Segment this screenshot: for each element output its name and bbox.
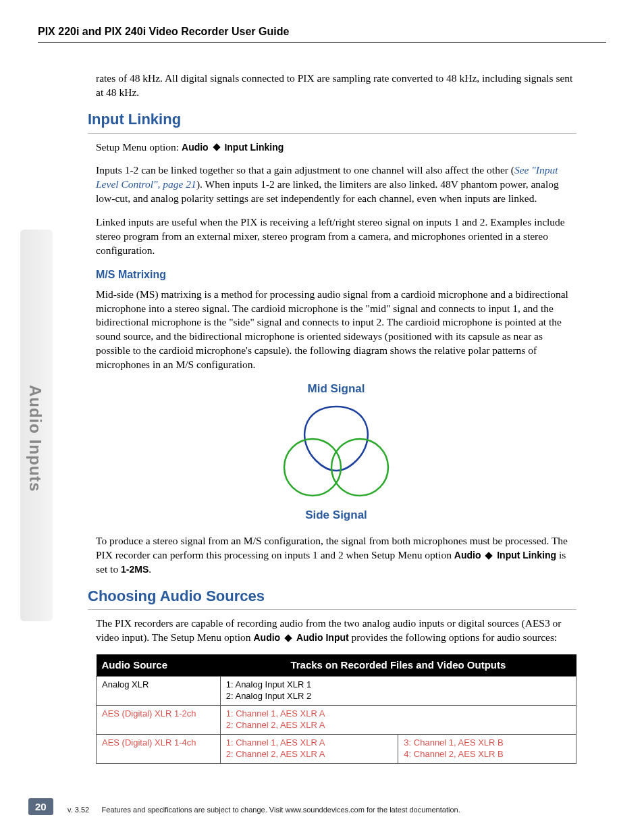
svg-point-0 bbox=[284, 439, 341, 496]
setup-menu-line: Setup Menu option: Audio Input Linking bbox=[96, 140, 576, 155]
th-source: Audio Source bbox=[97, 654, 221, 677]
header-title: PIX 220i and PIX 240i Video Recorder Use… bbox=[38, 26, 289, 37]
src-p1-b: provides the following options for audio… bbox=[349, 631, 558, 643]
cell-src: Analog XLR bbox=[97, 677, 221, 706]
menu-audio: Audio bbox=[454, 550, 481, 561]
svg-point-1 bbox=[331, 439, 388, 496]
main-content: rates of 48 kHz. All digital signals con… bbox=[96, 72, 576, 764]
page-footer: v. 3.52 Features and specifications are … bbox=[68, 806, 606, 814]
setup-prefix: Setup Menu option: bbox=[96, 141, 182, 153]
cell-tracks: 1: Analog Input XLR 1 2: Analog Input XL… bbox=[220, 677, 576, 706]
cell-src: AES (Digital) XLR 1-4ch bbox=[97, 735, 221, 764]
diagram-side-label: Side Signal bbox=[96, 508, 576, 523]
diagram-mid-label: Mid Signal bbox=[96, 382, 576, 397]
heading-input-linking: Input Linking bbox=[88, 109, 576, 130]
sources-paragraph: The PIX recorders are capable of recordi… bbox=[96, 617, 576, 645]
cell-tracks: 1: Channel 1, AES XLR A 2: Channel 2, AE… bbox=[220, 706, 576, 735]
footer-version: v. 3.52 bbox=[68, 806, 89, 814]
ms-paragraph-1: Mid-side (MS) matrixing is a method for … bbox=[96, 288, 576, 373]
linking-paragraph-1: Inputs 1-2 can be linked together so tha… bbox=[96, 163, 576, 206]
src-menu-input: Audio Input bbox=[296, 632, 349, 643]
ms-value: 1-2MS bbox=[121, 564, 149, 575]
linking-paragraph-2: Linked inputs are useful when the PIX is… bbox=[96, 215, 576, 258]
intro-paragraph: rates of 48 kHz. All digital signals con… bbox=[96, 72, 576, 100]
linking-p1-a: Inputs 1-2 can be linked together so tha… bbox=[96, 164, 514, 176]
cell-tracks-b: 3: Channel 1, AES XLR B 4: Channel 2, AE… bbox=[398, 735, 576, 764]
menu-arrow-icon bbox=[284, 635, 292, 642]
src-menu-audio: Audio bbox=[253, 632, 280, 643]
setup-input-linking: Input Linking bbox=[224, 142, 284, 153]
heading-rule bbox=[88, 609, 576, 610]
menu-linking: Input Linking bbox=[497, 550, 556, 561]
footer-text: Features and specifications are subject … bbox=[102, 806, 460, 814]
th-tracks: Tracks on Recorded Files and Video Outpu… bbox=[220, 654, 576, 677]
setup-audio: Audio bbox=[182, 142, 209, 153]
page-number: 20 bbox=[28, 798, 53, 815]
audio-source-table: Audio Source Tracks on Recorded Files an… bbox=[96, 654, 576, 764]
menu-arrow-icon bbox=[485, 552, 493, 559]
polar-pattern-svg bbox=[262, 400, 410, 501]
ms-paragraph-2: To produce a stereo signal from an M/S c… bbox=[96, 534, 576, 577]
table-row: AES (Digital) XLR 1-2ch 1: Channel 1, AE… bbox=[97, 706, 576, 735]
menu-arrow-icon bbox=[213, 144, 220, 151]
cell-tracks-a: 1: Channel 1, AES XLR A 2: Channel 2, AE… bbox=[220, 735, 398, 764]
table-row: Analog XLR 1: Analog Input XLR 1 2: Anal… bbox=[97, 677, 576, 706]
heading-rule bbox=[88, 133, 576, 134]
heading-ms-matrixing: M/S Matrixing bbox=[96, 267, 576, 282]
page-header: PIX 220i and PIX 240i Video Recorder Use… bbox=[38, 26, 606, 43]
heading-choosing-sources: Choosing Audio Sources bbox=[88, 586, 576, 606]
table-header-row: Audio Source Tracks on Recorded Files an… bbox=[97, 654, 576, 677]
ms-polar-diagram: Mid Signal Side Signal bbox=[96, 382, 576, 523]
cell-src: AES (Digital) XLR 1-2ch bbox=[97, 706, 221, 735]
side-tab-label: Audio Inputs bbox=[26, 385, 45, 492]
ms-p2-c: . bbox=[149, 563, 151, 575]
table-row: AES (Digital) XLR 1-4ch 1: Channel 1, AE… bbox=[97, 735, 576, 764]
